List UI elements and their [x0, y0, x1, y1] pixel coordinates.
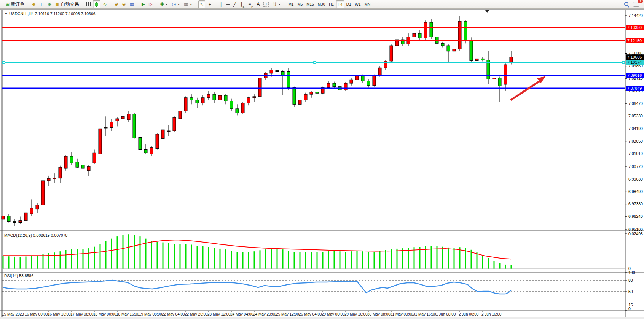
- trendline-button[interactable]: ╱: [232, 0, 238, 8]
- chat-button[interactable]: 1: [631, 0, 641, 8]
- time-tick-label: 22 May 20:00: [185, 312, 208, 316]
- price-tick-label: 6.98490: [628, 189, 643, 194]
- time-tick-label: 24 May 20:00: [253, 312, 276, 316]
- cursor-icon: ↖: [200, 2, 204, 7]
- time-tick-label: 1 Jun 08:00: [436, 312, 456, 316]
- price-tick-label: 6.95100: [628, 227, 643, 232]
- price-tick-label: 7.14420: [628, 13, 643, 18]
- candle-body: [447, 46, 450, 51]
- crosshair-button[interactable]: ＋: [206, 0, 214, 8]
- bars-chart-icon: [86, 2, 91, 6]
- time-tick-label: 19 May 08:00: [139, 312, 162, 316]
- time-tick-label: 24 May 04:00: [230, 312, 253, 316]
- timeframe-m5-button[interactable]: M5: [296, 0, 304, 8]
- candle-body: [276, 71, 279, 72]
- price-tick-label: 7.05330: [628, 114, 643, 118]
- tile-windows-button[interactable]: ▦: [128, 0, 135, 8]
- time-tick-label: 2 Jun 00:00: [459, 312, 479, 316]
- toolbar-grip: [215, 2, 216, 7]
- periods-icon: ◷: [172, 2, 175, 7]
- timeframe-mn-button[interactable]: MN: [363, 0, 372, 8]
- chart-background[interactable]: [0, 9, 644, 319]
- chart-canvas[interactable]: 7.144207.110007.098607.087207.076107.064…: [0, 9, 644, 319]
- autotrading-button[interactable]: ▣自动交易: [54, 0, 80, 8]
- channel-button[interactable]: ∥E: [238, 0, 246, 8]
- line-chart-icon: ∿: [103, 2, 107, 7]
- templates-button[interactable]: ▦▼: [182, 0, 194, 8]
- toolbar-grip: [155, 2, 156, 7]
- candle-body: [24, 213, 27, 220]
- zoom-in-button[interactable]: ⊕: [113, 0, 120, 8]
- templates-icon: ▦: [184, 2, 188, 7]
- candle-body: [144, 150, 147, 153]
- time-tick-label: 29 May 00:00: [322, 312, 345, 316]
- time-tick-label: 16 May 00:00: [25, 312, 48, 316]
- time-tick-label: 25 May 12:00: [276, 312, 299, 316]
- line-chart-button[interactable]: ∿: [101, 0, 108, 8]
- navigator-button[interactable]: ◉: [46, 0, 53, 8]
- market-watch-button[interactable]: ◆: [30, 0, 37, 8]
- periods-button[interactable]: ◷▼: [170, 0, 181, 8]
- toolbar-grip: [82, 2, 83, 7]
- candle-body: [413, 33, 416, 37]
- timeframe-label: H4: [338, 2, 343, 6]
- cursor-button[interactable]: ↖: [198, 0, 205, 8]
- chart-shift-icon: ▷: [149, 2, 152, 7]
- auto-scroll-button[interactable]: ▶: [140, 0, 147, 8]
- vertical-line-button[interactable]: │: [218, 0, 224, 8]
- crosshair-icon: ＋: [207, 2, 212, 7]
- candle-body: [470, 41, 473, 60]
- data-window-button[interactable]: ◫: [38, 0, 45, 8]
- timeframe-label: H1: [329, 2, 334, 6]
- search-button[interactable]: [622, 0, 631, 8]
- candle-body: [179, 111, 182, 119]
- candle-body: [441, 43, 444, 46]
- price-tick-label: 7.06470: [628, 101, 643, 106]
- chart-shift-button[interactable]: ▷: [147, 0, 154, 8]
- price-line-label: 7.13350: [627, 25, 642, 30]
- chart-collapse-icon[interactable]: ▼: [5, 12, 8, 16]
- indicators-button[interactable]: ✚▼: [158, 0, 169, 8]
- line-drag-handle[interactable]: [3, 62, 5, 64]
- timeframe-m1-button[interactable]: M1: [287, 0, 295, 8]
- text-label-button[interactable]: T: [262, 0, 270, 8]
- candle-body: [458, 21, 461, 49]
- timeframe-h4-button[interactable]: H4: [336, 0, 344, 8]
- line-drag-handle[interactable]: [622, 62, 625, 64]
- candle-body: [47, 178, 50, 181]
- line-drag-handle[interactable]: [314, 62, 316, 64]
- fibonacci-icon: ≡: [248, 2, 251, 7]
- candlestick-chart-button[interactable]: [93, 0, 100, 8]
- horizontal-line-button[interactable]: ─: [225, 0, 231, 8]
- chevron-down-icon: ▼: [278, 3, 281, 6]
- candle-body: [99, 129, 102, 154]
- channel-icon: ∥: [240, 2, 242, 7]
- candle-body: [36, 205, 39, 209]
- timeframe-m15-button[interactable]: M15: [305, 0, 315, 8]
- toolbar-grip: [195, 2, 196, 7]
- zoom-out-icon: ⊖: [122, 2, 126, 7]
- candle-body: [293, 88, 296, 105]
- candle-body: [224, 95, 227, 101]
- indicators-icon: ✚: [160, 2, 164, 7]
- timeframe-w1-button[interactable]: W1: [354, 0, 362, 8]
- price-line-label: 7.10174: [627, 60, 642, 65]
- text-button[interactable]: A: [255, 0, 261, 8]
- candle-body: [121, 116, 124, 119]
- price-tick-label: 7.00770: [628, 164, 643, 169]
- toolbar-grip: [27, 2, 29, 7]
- candle-body: [258, 78, 261, 97]
- autotrading-button-label: 自动交易: [61, 1, 79, 8]
- candle-body: [453, 49, 456, 51]
- timeframe-h1-button[interactable]: H1: [327, 0, 335, 8]
- macd-indicator-label: MACD(12,26,9) 0.002619 0.007078: [4, 233, 67, 238]
- timeframe-d1-button[interactable]: D1: [345, 0, 353, 8]
- candle-body: [355, 76, 359, 80]
- new-order-button[interactable]: ⊞新订单: [4, 0, 26, 8]
- zoom-out-button[interactable]: ⊖: [121, 0, 128, 8]
- arrows-button[interactable]: ⇅▼: [271, 0, 282, 8]
- price-tick-label: 6.99630: [628, 177, 643, 181]
- fibonacci-button[interactable]: ≡F: [247, 0, 254, 8]
- bars-chart-button[interactable]: [85, 0, 92, 8]
- timeframe-m30-button[interactable]: M30: [316, 0, 327, 8]
